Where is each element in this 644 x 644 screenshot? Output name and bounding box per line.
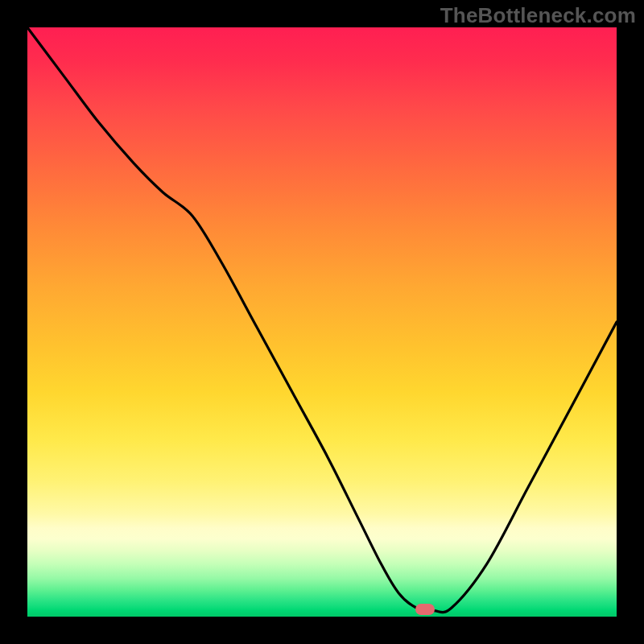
plot-area: [27, 27, 617, 617]
chart-frame: TheBottleneck.com: [0, 0, 644, 644]
optimum-marker: [415, 604, 435, 615]
watermark: TheBottleneck.com: [440, 3, 636, 28]
bottleneck-curve: [27, 27, 617, 613]
curve-svg: [27, 27, 617, 617]
